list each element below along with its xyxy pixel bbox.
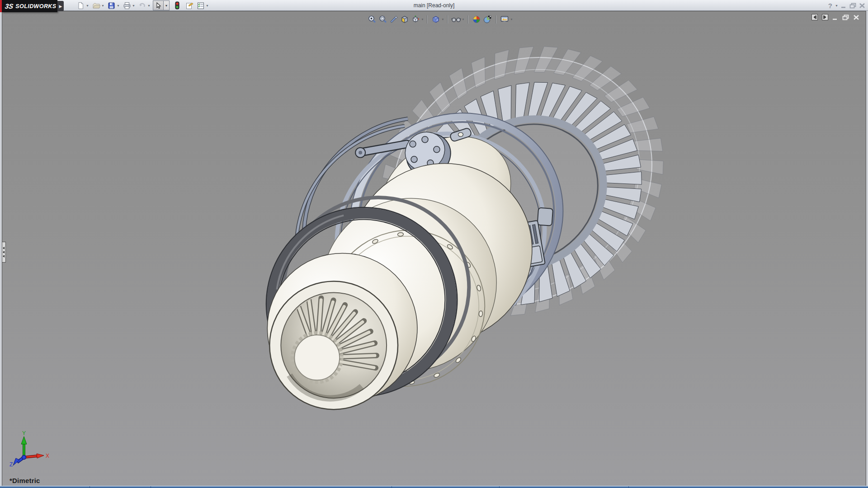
select-tool-button[interactable] — [153, 0, 164, 10]
expand-pane-icon[interactable] — [822, 14, 828, 20]
rebuild-button[interactable] — [172, 1, 182, 10]
print-icon — [123, 2, 131, 9]
select-tool-caret[interactable]: ▼ — [164, 0, 170, 10]
brand-text: SOLIDWORKS — [15, 3, 56, 9]
viewbar-separator — [427, 15, 428, 23]
view-orientation-icon — [411, 15, 420, 24]
minimize-window-icon[interactable] — [841, 3, 847, 9]
collapse-pane-icon[interactable] — [811, 14, 818, 20]
undo-icon — [138, 2, 146, 9]
panel-splitter-handle[interactable] — [2, 242, 6, 263]
options-button[interactable] — [196, 1, 205, 10]
taskbar-edge — [0, 486, 868, 488]
view-settings-icon — [500, 15, 509, 24]
minimize-document-icon[interactable] — [832, 14, 838, 20]
save-button[interactable] — [107, 1, 116, 10]
view-settings-button[interactable] — [499, 14, 510, 25]
undo-caret[interactable]: ▼ — [147, 1, 151, 10]
titlebar: 3S SOLIDWORKS ▶ main [Read-only] ▼ ▼ — [0, 0, 868, 11]
viewbar-separator — [495, 15, 496, 23]
display-style-icon — [431, 15, 440, 24]
zoom-to-fit-button[interactable] — [367, 14, 377, 25]
restore-document-icon[interactable] — [842, 14, 849, 20]
print-button[interactable] — [122, 1, 132, 10]
zoom-to-area-icon — [378, 15, 387, 24]
section-view-icon — [400, 15, 409, 24]
collapse-arrow-icon — [3, 251, 5, 253]
new-document-icon — [77, 2, 85, 9]
close-document-icon[interactable] — [853, 14, 859, 20]
titlebar-right-controls: ? ▼ — [828, 0, 865, 10]
view-orientation-button[interactable] — [410, 14, 421, 25]
view-orientation-label: *Dimetric — [9, 477, 40, 484]
viewbar-separator — [467, 15, 468, 23]
previous-view-button[interactable] — [388, 14, 399, 25]
view-orientation-caret[interactable]: ▼ — [421, 18, 424, 21]
model-3d-jet-engine[interactable] — [2, 11, 866, 488]
graphics-area[interactable]: ▼ ▼ ▼ — [2, 11, 866, 488]
previous-view-icon — [389, 15, 398, 24]
help-button[interactable]: ? — [828, 2, 832, 9]
zoom-to-fit-icon — [368, 15, 377, 24]
apply-scene-icon — [483, 15, 492, 24]
restore-window-icon[interactable] — [849, 3, 856, 9]
document-window-controls — [811, 14, 859, 20]
help-caret[interactable]: ▼ — [835, 1, 838, 10]
solidworks-window: 3S SOLIDWORKS ▶ main [Read-only] ▼ ▼ — [0, 0, 868, 488]
undo-button[interactable] — [137, 1, 147, 10]
solidworks-logo: 3S SOLIDWORKS — [2, 0, 57, 12]
eyeglasses-icon — [451, 15, 461, 24]
open-caret[interactable]: ▼ — [101, 1, 105, 10]
new-document-caret[interactable]: ▼ — [85, 1, 90, 10]
traffic-light-icon — [175, 1, 179, 9]
display-style-button[interactable] — [430, 14, 441, 25]
section-view-button[interactable] — [399, 14, 410, 25]
heads-up-view-toolbar: ▼ ▼ ▼ — [367, 14, 513, 25]
options-icon — [197, 2, 205, 9]
print-caret[interactable]: ▼ — [132, 1, 136, 10]
main-toolbar: ▼ ▼ ▼ — [76, 0, 211, 10]
edit-appearance-button[interactable] — [471, 14, 482, 25]
close-window-icon[interactable] — [859, 3, 865, 9]
options-caret[interactable]: ▼ — [205, 1, 209, 10]
hide-show-items-caret[interactable]: ▼ — [462, 18, 465, 21]
hide-show-items-button[interactable] — [451, 14, 462, 25]
open-folder-icon — [92, 2, 100, 9]
edit-appearance-icon — [472, 15, 481, 24]
new-document-button[interactable] — [76, 1, 85, 10]
zoom-to-area-button[interactable] — [377, 14, 388, 25]
view-settings-caret[interactable]: ▼ — [510, 18, 513, 21]
save-floppy-icon — [108, 2, 115, 9]
display-style-caret[interactable]: ▼ — [441, 18, 444, 21]
select-cursor-icon — [156, 2, 161, 9]
viewbar-separator — [447, 15, 448, 23]
file-properties-button[interactable] — [184, 1, 194, 10]
collapse-arrow-icon — [3, 255, 5, 258]
save-caret[interactable]: ▼ — [116, 1, 120, 10]
ds-logo-glyph: 3S — [5, 2, 14, 10]
apply-scene-button[interactable] — [482, 14, 493, 25]
collapse-arrow-icon — [3, 247, 5, 249]
file-properties-icon — [185, 2, 193, 9]
menu-flyout-arrow-icon[interactable]: ▶ — [57, 1, 64, 11]
open-button[interactable] — [91, 1, 101, 10]
